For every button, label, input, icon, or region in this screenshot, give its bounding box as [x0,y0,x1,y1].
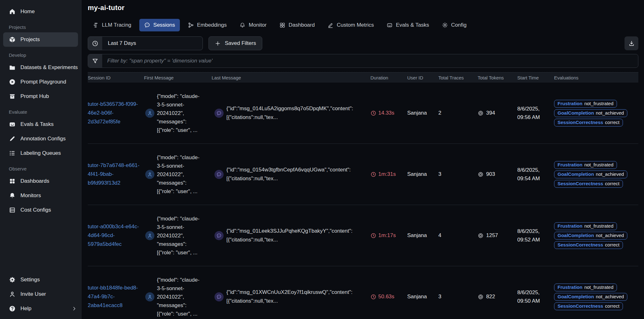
session-id-link[interactable]: tutor-b5365736-f099-46e2-b06f-2d3d72ef85… [88,100,142,126]
evaluation-chip[interactable]: Frustrationnot_frustrated [554,284,617,291]
user-id-value: Sanjana [407,171,438,177]
download-icon [628,40,635,47]
sidebar-item-datasets-experiments[interactable]: Datasets & Experiments [0,60,81,75]
token-icon [478,233,484,239]
user-avatar-icon [145,231,154,240]
total-tokens-value: 903 [486,171,495,177]
gear-icon [9,276,16,283]
bell-icon [239,22,246,28]
server-icon [9,207,16,214]
question-circle-icon [9,305,16,312]
tab-custom-metrics[interactable]: Custom Metrics [323,19,379,31]
tab-llm-tracing[interactable]: LLM Tracing [88,19,136,31]
total-traces-value: 3 [438,171,478,177]
plus-icon [215,41,221,46]
user-avatar-icon [145,170,154,179]
tab-dashboard[interactable]: Dashboard [275,19,319,31]
user-id-value: Sanjana [407,294,438,300]
sidebar-item-prompt-playground[interactable]: Prompt Playground [0,75,81,89]
gear-icon [442,22,448,28]
filter-input[interactable] [102,58,638,64]
first-message-text: {"model": "claude-3-5-sonnet-20241022", … [157,153,204,196]
total-tokens-value: 822 [486,294,495,300]
tab-embeddings[interactable]: Embeddings [183,19,232,31]
session-id-link[interactable]: tutor-a000b3c4-e64c-4d64-96cd-5979a5bd4f… [88,222,142,249]
clock-icon [370,171,376,177]
sidebar-item-dashboards[interactable]: Dashboards [0,174,81,188]
evaluation-chip[interactable]: SessionCorrectnesscorrect [554,180,623,188]
sidebar-item-label: Projects [20,36,40,43]
robot-icon [9,121,16,128]
table-row[interactable]: tutor-7b7a6748-e661-4f41-9bab-b9fd993f13… [88,144,638,205]
home-icon [9,8,16,15]
evaluation-chip[interactable]: Frustrationnot_frustrated [554,222,617,230]
tab-config[interactable]: Config [437,19,471,31]
evaluation-chip[interactable]: Frustrationnot_frustrated [554,100,617,108]
play-circle-icon [9,78,16,85]
message-bubble-icon [214,231,224,240]
table-row[interactable]: tutor-b5365736-f099-46e2-b06f-2d3d72ef85… [88,83,638,144]
table-row[interactable]: tutor-bb1848fe-bed8-47a4-9b7c-2aba41ecac… [88,266,638,319]
grid-icon [279,22,286,28]
sidebar-item-projects[interactable]: Projects [3,32,78,47]
last-message-text: {"id":"msg_014Lu5A2iggoms8q7o5DpqMK","co… [226,104,367,122]
sidebar-item-home[interactable]: Home [0,4,81,19]
sidebar-item-label: Help [20,305,31,312]
message-bubble-icon [214,292,224,301]
session-id-link[interactable]: tutor-bb1848fe-bed8-47a4-9b7c-2aba41ecac… [88,284,142,310]
total-traces-value: 4 [438,232,478,239]
saved-filters-button[interactable]: Saved Filters [208,36,262,50]
cube-icon [9,36,16,43]
tab-sessions[interactable]: Sessions [139,19,180,31]
sidebar-item-monitors[interactable]: Monitors [0,188,81,203]
session-id-link[interactable]: tutor-7b7a6748-e661-4f41-9bab-b9fd993f13… [88,161,142,187]
last-message-text: {"id":"msg_01Leek3SJJuPqheKQgTbakyY","co… [226,227,367,244]
sidebar-item-prompt-hub[interactable]: Prompt Hub [0,89,81,104]
toolbar: Last 7 Days Saved Filters [88,36,638,50]
sidebar-item-label: Home [20,8,35,15]
sidebar-item-annotation-configs[interactable]: Annotation Configs [0,132,81,146]
sidebar-section-evaluate: Evaluate [0,109,81,115]
evaluation-chip[interactable]: SessionCorrectnesscorrect [554,119,623,127]
evaluation-chip[interactable]: Frustrationnot_frustrated [554,161,617,169]
sidebar-item-cost-configs[interactable]: Cost Configs [0,203,81,217]
evaluation-chip[interactable]: GoalCompletionnot_achieved [554,293,627,301]
evaluation-chip[interactable]: SessionCorrectnesscorrect [554,302,623,310]
last-message-text: {"id":"msg_0154w3tgfbnCepfA6vqqUGwa","co… [226,165,367,183]
total-tokens-value: 394 [486,110,495,116]
evaluation-chip[interactable]: GoalCompletionnot_achieved [554,109,627,117]
duration-value: 1m:31s [378,171,396,177]
table-row[interactable]: tutor-a000b3c4-e64c-4d64-96cd-5979a5bd4f… [88,205,638,266]
time-range-select[interactable]: Last 7 Days [88,36,203,50]
list-icon [9,150,16,157]
person-icon [9,291,16,298]
duration-value: 14.33s [378,110,394,116]
total-tokens-value: 1257 [486,232,498,239]
tab-monitor[interactable]: Monitor [235,19,271,31]
evaluation-chip[interactable]: SessionCorrectnesscorrect [554,241,623,249]
sessions-table: Session ID First Message Last Message Du… [88,72,638,319]
tab-bar: LLM Tracing Sessions Embeddings Monitor … [88,18,638,32]
sidebar-section-projects: Projects [0,24,81,30]
tab-evals-tasks[interactable]: Evals & Tasks [382,19,434,31]
col-user-id: User ID [407,75,438,80]
download-button[interactable] [625,36,638,50]
folder-icon [9,64,16,71]
sidebar-item-labeling-queues[interactable]: Labeling Queues [0,146,81,160]
evaluations-cell: Frustrationnot_frustrated GoalCompletion… [554,161,638,188]
funnel-icon [92,58,98,64]
pencil-icon [9,135,16,142]
grid-icon [9,178,16,185]
clock-icon [92,40,98,47]
sidebar-item-settings[interactable]: Settings [0,273,81,287]
sidebar-item-evals-tasks[interactable]: Evals & Tasks [0,117,81,132]
col-evaluations: Evaluations [554,75,638,80]
start-time-value: 8/6/2025, 09:52 AM [517,227,554,244]
sidebar-item-help[interactable]: Help [0,301,81,316]
sidebar-section-observe: Observe [0,166,81,171]
evaluation-chip[interactable]: GoalCompletionnot_achieved [554,170,627,178]
evaluation-chip[interactable]: GoalCompletionnot_achieved [554,232,627,240]
first-message-text: {"model": "claude-3-5-sonnet-20241022", … [157,276,204,318]
sidebar-item-label: Prompt Hub [20,93,49,100]
sidebar-item-invite-user[interactable]: Invite User [0,287,81,301]
